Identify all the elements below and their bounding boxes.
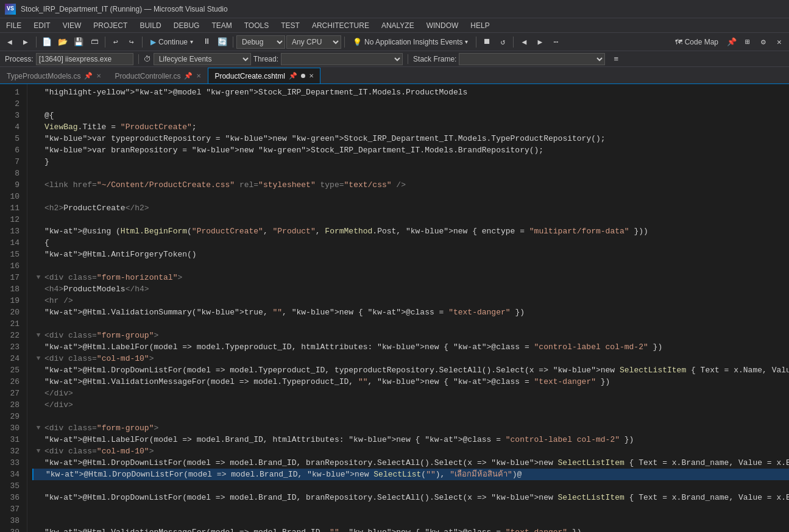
toolbar-open[interactable]: 📂: [55, 35, 70, 49]
menu-analyze[interactable]: ANALYZE: [375, 18, 420, 32]
code-line: </div>: [32, 399, 789, 411]
code-line: ▼ <div class="form-horizontal">: [32, 272, 789, 283]
toolbar-pin[interactable]: 📌: [724, 35, 739, 49]
menu-edit[interactable]: EDIT: [27, 18, 56, 32]
toolbar-right: 🗺 Code Map 📌 ⊞ ⚙ ✕: [670, 35, 787, 49]
thread-dropdown[interactable]: [281, 53, 403, 65]
toolbar-restart[interactable]: 🔄: [215, 35, 230, 49]
vs-logo: VS: [5, 4, 16, 15]
close-icon[interactable]: ✕: [96, 73, 101, 79]
menu-view[interactable]: VIEW: [57, 18, 88, 32]
code-line: ViewBag.Title = "ProductCreate";: [32, 121, 789, 133]
stack-frame-label: Stack Frame:: [413, 55, 456, 63]
toolbar: ◀ ▶ 📄 📂 💾 🗃 ↩ ↪ ▶ Continue ▾ ⏸ 🔄 Debug R…: [0, 33, 789, 51]
stack-frame-dropdown[interactable]: [459, 53, 605, 65]
debug-mode-dropdown[interactable]: Debug Release: [236, 35, 285, 49]
code-line: "kw-at">@Html.ValidationSummary("kw-blue…: [32, 307, 789, 318]
code-line: ▼ <div class="col-md-10">: [32, 353, 789, 364]
toolbar-settings[interactable]: ⚙: [756, 35, 771, 49]
toolbar-restart2[interactable]: ↺: [495, 35, 510, 49]
editor-container: 1234567891011121314151617181920212223242…: [0, 84, 789, 532]
code-line: [32, 168, 789, 179]
separator: [138, 54, 139, 64]
menu-team[interactable]: TEAM: [205, 18, 238, 32]
code-line: "kw-at">@Html.AntiForgeryToken(): [32, 249, 789, 260]
pin-icon[interactable]: 📌: [84, 72, 93, 80]
line-numbers: 1234567891011121314151617181920212223242…: [0, 84, 27, 532]
separator-2: [105, 37, 105, 48]
code-line: [32, 98, 789, 110]
menu-build[interactable]: BUILD: [133, 18, 167, 32]
menu-tools[interactable]: TOOLS: [238, 18, 275, 32]
toolbar-saveall[interactable]: 🗃: [87, 35, 102, 49]
app-insights-icon: 💡: [353, 38, 362, 46]
code-line: "kw-at">@Html.DropDownListFor(model => m…: [32, 457, 789, 469]
toolbar-save[interactable]: 💾: [71, 35, 86, 49]
code-area[interactable]: "highlight-yellow">"kw-at">@model "kw-gr…: [27, 84, 789, 532]
code-map-button[interactable]: 🗺 Code Map: [670, 35, 723, 49]
menu-test[interactable]: TEST: [275, 18, 306, 32]
menu-file[interactable]: FILE: [0, 18, 27, 32]
code-line: ▼ <div class="form-group">: [32, 330, 789, 341]
app-insights-section: 💡 No Application Insights Events ▾: [348, 38, 473, 46]
code-line: <h4>ProductModels</h4>: [32, 283, 789, 295]
code-line: [32, 260, 789, 272]
thread-label: Thread:: [253, 55, 278, 63]
app-insights-text: No Application Insights Events: [364, 38, 462, 46]
toolbar-stop[interactable]: ⏹: [479, 35, 494, 49]
stack-frame-btn[interactable]: ≡: [609, 52, 623, 66]
menu-project[interactable]: PROJECT: [87, 18, 133, 32]
tab-bar: TypeProductModels.cs 📌 ✕ ProductControll…: [0, 67, 789, 84]
toolbar-new[interactable]: 📄: [40, 35, 54, 49]
modified-indicator: [301, 74, 305, 78]
lifecycle-dropdown[interactable]: Lifecycle Events: [154, 53, 251, 65]
close-icon[interactable]: ✕: [196, 73, 201, 79]
tab-productcreate[interactable]: ProductCreate.cshtml 📌 ✕: [208, 68, 320, 83]
menu-window[interactable]: WINDOW: [420, 18, 465, 32]
continue-button[interactable]: ▶ Continue ▾: [146, 35, 198, 49]
toolbar-next[interactable]: ▶: [532, 35, 547, 49]
menu-architecture[interactable]: ARCHITECTURE: [306, 18, 375, 32]
separator-5: [344, 37, 345, 48]
separator-3: [142, 37, 143, 48]
separator-4: [233, 37, 233, 48]
app-insights-dropdown[interactable]: ▾: [465, 38, 468, 45]
pin-icon[interactable]: 📌: [289, 72, 297, 80]
tab-label: ProductController.cs: [115, 72, 180, 80]
separator-7: [513, 37, 514, 48]
separator2: [408, 54, 408, 64]
menu-debug[interactable]: DEBUG: [168, 18, 206, 32]
cpu-dropdown[interactable]: Any CPU: [286, 35, 341, 49]
toolbar-redo[interactable]: ↪: [124, 35, 139, 49]
toolbar-layout[interactable]: ⊞: [740, 35, 755, 49]
tab-productcontroller[interactable]: ProductController.cs 📌 ✕: [108, 68, 208, 83]
toolbar-undo[interactable]: ↩: [108, 35, 123, 49]
close-icon[interactable]: ✕: [309, 73, 314, 79]
code-line: "kw-blue">var branRepository = "kw-blue"…: [32, 144, 789, 156]
code-line: ▼ <div class="form-group">: [32, 422, 789, 434]
tab-label: TypeProductModels.cs: [7, 72, 80, 80]
toolbar-prev[interactable]: ◀: [517, 35, 531, 49]
toolbar-back[interactable]: ◀: [2, 35, 17, 49]
process-input[interactable]: [36, 53, 133, 65]
separator-1: [36, 37, 37, 48]
toolbar-pause[interactable]: ⏸: [199, 35, 214, 49]
toolbar-close[interactable]: ✕: [772, 35, 787, 49]
code-line: "kw-blue">var typeproductRepository = "k…: [32, 133, 789, 144]
toolbar-forward[interactable]: ▶: [18, 35, 33, 49]
code-line: "kw-at">@Html.ValidationMessageFor(model…: [32, 527, 789, 532]
code-line: <hr />: [32, 295, 789, 307]
pin-icon[interactable]: 📌: [184, 72, 193, 80]
code-map-icon: 🗺: [675, 38, 682, 46]
code-line: "highlight-yellow">"kw-at">@model "kw-gr…: [32, 87, 789, 98]
menu-bar: FILE EDIT VIEW PROJECT BUILD DEBUG TEAM …: [0, 18, 789, 33]
menu-help[interactable]: HELP: [464, 18, 495, 32]
code-line: "kw-at">@Html.DropDownListFor(model => m…: [32, 492, 789, 503]
process-label: Process:: [5, 55, 34, 63]
code-line: [32, 318, 789, 330]
code-line: "kw-at">@Html.DropDownListFor(model => m…: [32, 469, 789, 480]
code-line: @{: [32, 110, 789, 121]
toolbar-more[interactable]: ⋯: [548, 35, 563, 49]
code-line: <h2>ProductCreate</h2>: [32, 202, 789, 214]
tab-typeproductmodels[interactable]: TypeProductModels.cs 📌 ✕: [0, 68, 108, 83]
